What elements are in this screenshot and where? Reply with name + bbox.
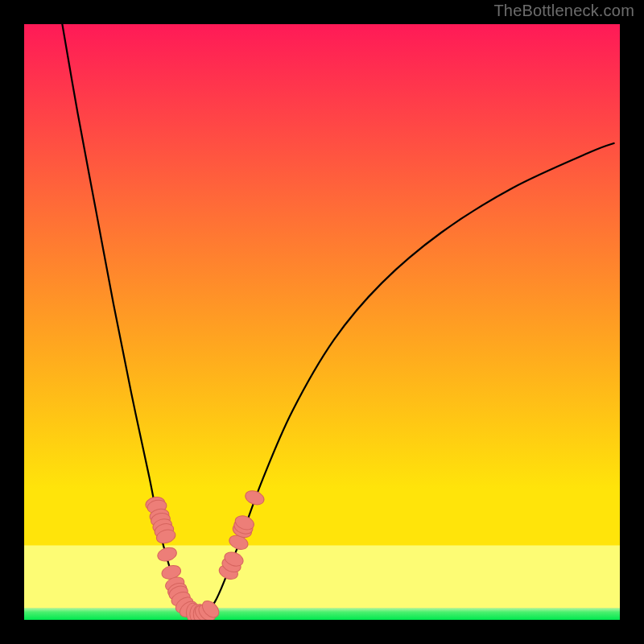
green-band [24,608,620,620]
bottleneck-chart [0,0,644,644]
gradient-background [24,24,620,620]
watermark-text: TheBottleneck.com [493,2,634,20]
pale-yellow-band [24,546,620,609]
chart-stage: TheBottleneck.com [0,0,644,644]
